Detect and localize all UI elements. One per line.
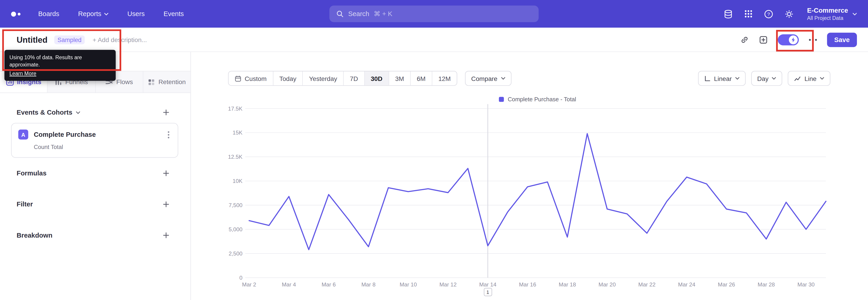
tooltip-text: Using 10% of data. Results are approxima… — [9, 54, 111, 68]
svg-text:Mar 10: Mar 10 — [400, 281, 417, 288]
event-letter-badge: A — [18, 129, 28, 140]
svg-text:17.5K: 17.5K — [228, 106, 243, 112]
chevron-down-icon — [852, 12, 857, 15]
svg-text:Mar 30: Mar 30 — [798, 281, 815, 288]
filter-label: Filter — [17, 201, 33, 208]
help-icon[interactable]: ? — [764, 9, 774, 19]
query-sidebar: Insights Funnels Flows Retention Events … — [0, 52, 191, 300]
chart-panel: Custom Today Yesterday 7D 30D 3M 6M 12M … — [191, 52, 868, 300]
navbar-right: ? E-Commerce All Project Data — [723, 6, 857, 21]
events-section-header: Events & Cohorts — [17, 108, 170, 117]
svg-text:Mar 16: Mar 16 — [519, 281, 536, 288]
event-name[interactable]: Complete Purchase — [34, 131, 96, 138]
svg-text:Mar 22: Mar 22 — [638, 281, 655, 288]
svg-text:Mar 2: Mar 2 — [242, 281, 256, 288]
logo-dot-icon — [11, 11, 16, 16]
toggle-knob — [789, 35, 798, 44]
sampling-toggle[interactable] — [778, 34, 799, 45]
retention-icon — [148, 79, 155, 86]
more-options-icon[interactable] — [809, 38, 817, 41]
top-navbar: Boards Reports Users Events Search ⌘ + K… — [0, 0, 868, 28]
svg-text:Mar 28: Mar 28 — [758, 281, 775, 288]
tab-retention-label: Retention — [158, 79, 186, 85]
sampling-tooltip: Using 10% of data. Results are approxima… — [4, 50, 116, 81]
plus-icon — [163, 201, 169, 208]
svg-text:Mar 6: Mar 6 — [322, 281, 336, 288]
formulas-label: Formulas — [17, 169, 46, 177]
project-name: E-Commerce — [807, 6, 848, 15]
nav-reports-label: Reports — [78, 10, 101, 18]
plus-icon — [163, 232, 169, 239]
svg-text:5,000: 5,000 — [228, 226, 242, 232]
nav-users[interactable]: Users — [127, 10, 145, 18]
svg-text:10K: 10K — [232, 178, 243, 184]
svg-text:12.5K: 12.5K — [228, 154, 243, 160]
add-breakdown-button[interactable] — [162, 231, 170, 240]
main-nav: Boards Reports Users Events — [38, 10, 184, 18]
plus-icon — [163, 170, 169, 177]
event-metric[interactable]: Count Total — [34, 143, 171, 150]
data-management-icon[interactable] — [723, 9, 733, 19]
svg-text:Mar 20: Mar 20 — [598, 281, 616, 288]
project-switcher[interactable]: E-Commerce All Project Data — [807, 6, 857, 21]
line-chart: 02,5005,0007,50010K12.5K15K17.5KMar 2Mar… — [191, 52, 868, 300]
svg-text:2,500: 2,500 — [228, 250, 242, 257]
report-title[interactable]: Untitled — [17, 35, 48, 44]
event-card[interactable]: A Complete Purchase Count Total — [11, 123, 178, 158]
chevron-down-icon — [104, 12, 109, 15]
kebab-menu-icon — [168, 131, 169, 138]
nav-reports[interactable]: Reports — [78, 10, 108, 18]
mixpanel-logo[interactable] — [11, 11, 21, 16]
save-button[interactable]: Save — [827, 32, 857, 47]
svg-text:?: ? — [767, 11, 770, 17]
search-shortcut: ⌘ + K — [374, 10, 393, 18]
add-formula-button[interactable] — [162, 169, 170, 178]
project-scope: All Project Data — [807, 15, 848, 21]
sampled-badge[interactable]: Sampled — [54, 35, 85, 44]
lightning-bolt-icon — [791, 37, 796, 42]
svg-text:7,500: 7,500 — [228, 202, 242, 208]
svg-text:15K: 15K — [232, 129, 243, 136]
settings-gear-icon[interactable] — [784, 9, 794, 19]
search-placeholder: Search — [348, 10, 369, 18]
app: Boards Reports Users Events Search ⌘ + K… — [0, 0, 868, 300]
add-event-button[interactable] — [162, 108, 170, 117]
svg-text:Mar 14: Mar 14 — [479, 281, 496, 288]
tab-retention[interactable]: Retention — [143, 71, 191, 92]
formulas-section-header: Formulas — [17, 169, 170, 178]
header-actions: Save — [740, 32, 857, 47]
tab-flows-label: Flows — [116, 79, 133, 85]
events-header-label: Events & Cohorts — [17, 109, 72, 116]
chart-annotation-chip[interactable]: 1 — [484, 288, 492, 296]
breakdown-label: Breakdown — [17, 232, 52, 239]
svg-text:Mar 4: Mar 4 — [282, 281, 296, 288]
svg-text:Mar 8: Mar 8 — [362, 281, 376, 288]
chevron-down-icon — [76, 111, 80, 114]
copy-link-icon[interactable] — [740, 35, 749, 44]
events-header[interactable]: Events & Cohorts — [17, 109, 80, 116]
learn-more-link[interactable]: Learn More — [9, 70, 36, 77]
logo-dot-icon — [18, 12, 20, 15]
search-input[interactable]: Search ⌘ + K — [329, 5, 539, 22]
svg-text:Mar 26: Mar 26 — [718, 281, 735, 288]
svg-text:Mar 12: Mar 12 — [439, 281, 457, 288]
nav-boards[interactable]: Boards — [38, 10, 59, 18]
svg-text:0: 0 — [239, 275, 243, 281]
event-row: A Complete Purchase — [18, 129, 171, 140]
apps-grid-icon[interactable] — [744, 9, 753, 18]
search-icon — [336, 10, 344, 18]
nav-events[interactable]: Events — [163, 10, 184, 18]
add-to-board-icon[interactable] — [759, 35, 768, 44]
breakdown-section-header: Breakdown — [17, 231, 170, 240]
event-options-button[interactable] — [166, 131, 171, 138]
svg-text:Mar 18: Mar 18 — [559, 281, 576, 288]
add-description[interactable]: + Add description... — [93, 36, 147, 43]
filter-section-header: Filter — [17, 200, 170, 209]
add-filter-button[interactable] — [162, 200, 170, 209]
plus-icon — [163, 109, 169, 116]
report-header: Untitled Sampled + Add description... Sa… — [0, 28, 868, 52]
svg-text:Mar 24: Mar 24 — [678, 281, 695, 288]
